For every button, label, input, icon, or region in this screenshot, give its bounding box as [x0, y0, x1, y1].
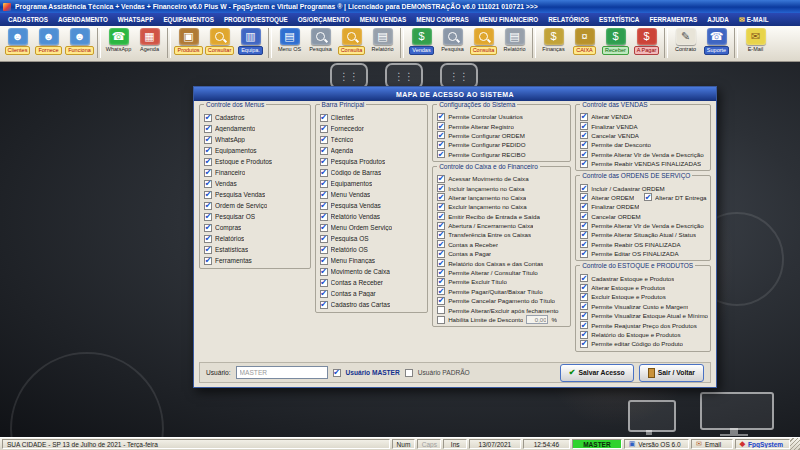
checkbox-agenda[interactable]: ✔ — [320, 147, 328, 155]
checkbox-acessar-movimento-de-caixa[interactable]: ✔ — [437, 175, 445, 183]
checkbox-ordem-de-servico[interactable]: ✔ — [204, 202, 212, 210]
checkbox-habilita-limite-de-desconto[interactable] — [437, 316, 445, 324]
toolbar-button-whatsapp[interactable]: ☎WhatsApp — [103, 27, 134, 60]
checkbox-permite-excluir-titulo[interactable]: ✔ — [437, 278, 445, 286]
checkbox-excluir-estoque-e-produtos[interactable]: ✔ — [580, 293, 588, 301]
checkbox-financeiro[interactable]: ✔ — [204, 169, 212, 177]
checkbox-permite-alterar-registro[interactable]: ✔ — [437, 122, 445, 130]
toolbar-button-clientes[interactable]: ☻Clientes — [2, 27, 33, 60]
checkbox-relatorio-vendas[interactable]: ✔ — [320, 213, 328, 221]
checkbox-permite-alterar-vlr-de-venda-e-descricao[interactable]: ✔ — [580, 150, 588, 158]
checkbox-pesquisar-os[interactable]: ✔ — [204, 213, 212, 221]
checkbox-menu-financas[interactable]: ✔ — [320, 257, 328, 265]
user-input[interactable] — [236, 366, 328, 379]
checkbox-permite-editar-os-finalizada[interactable]: ✔ — [580, 250, 588, 258]
checkbox-permite-configurar-ordem[interactable]: ✔ — [437, 131, 445, 139]
checkbox-incluir-lancamento-no-caixa[interactable]: ✔ — [437, 184, 445, 192]
checkbox-estatisticas[interactable]: ✔ — [204, 246, 212, 254]
toolbar-button-funciona[interactable]: ☻Funciona — [64, 27, 95, 60]
checkbox-permite-cancelar-pagamento-do-titulo[interactable]: ✔ — [437, 297, 445, 305]
checkbox-relatorio-dos-caixas-e-das-contas[interactable]: ✔ — [437, 259, 445, 267]
checkbox-finalizar-venda[interactable]: ✔ — [580, 122, 588, 130]
checkbox-excluir-lancamento-no-caixa[interactable]: ✔ — [437, 203, 445, 211]
checkbox-clientes[interactable]: ✔ — [320, 114, 328, 122]
toolbar-button-consultar[interactable]: Consultar — [204, 27, 235, 60]
checkbox-cadastrar-estoque-e-produtos[interactable]: ✔ — [580, 274, 588, 282]
checkbox-permite-alterar-situacao-atual-status[interactable]: ✔ — [580, 231, 588, 239]
toolbar-button-agenda[interactable]: ▦Agenda — [134, 27, 165, 60]
checkbox-contas-a-receber[interactable]: ✔ — [437, 240, 445, 248]
checkbox-incluir-cadastrar-ordem[interactable]: ✔ — [580, 184, 588, 192]
toolbar-button-relatorio[interactable]: ▤Relatório — [367, 27, 398, 60]
checkbox-permite-controlar-usuarios[interactable]: ✔ — [437, 113, 445, 121]
checkbox-menu-ordem-servico[interactable]: ✔ — [320, 224, 328, 232]
checkbox-permite-reajustar-preco-dos-produtos[interactable]: ✔ — [580, 321, 588, 329]
save-access-button[interactable]: ✔ Salvar Acesso — [560, 364, 634, 382]
checkbox-transferencia-entre-os-caixas[interactable]: ✔ — [437, 231, 445, 239]
checkbox-fornecedor[interactable]: ✔ — [320, 125, 328, 133]
toolbar-button-financas[interactable]: $Finanças — [538, 27, 569, 60]
toolbar-button-produtos[interactable]: ▣Produtos — [173, 27, 204, 60]
toolbar-button-consulta[interactable]: Consulta — [336, 27, 367, 60]
checkbox-permite-configurar-pedido[interactable]: ✔ — [437, 141, 445, 149]
checkbox-pesquisa-vendas[interactable]: ✔ — [204, 191, 212, 199]
checkbox-cadastro-das-cartas[interactable]: ✔ — [320, 301, 328, 309]
menu-item-agendamento[interactable]: AGENDAMENTO — [53, 16, 113, 23]
checkbox-whatsapp[interactable]: ✔ — [204, 136, 212, 144]
checkbox-permite-reabir-os-finalizada[interactable]: ✔ — [580, 240, 588, 248]
checkbox-abertura-encerramento-caixa[interactable]: ✔ — [437, 222, 445, 230]
checkbox-pesquisa-vendas[interactable]: ✔ — [320, 202, 328, 210]
menu-item-ferramentas[interactable]: FERRAMENTAS — [644, 16, 702, 23]
checkbox-cancelar-ordem[interactable]: ✔ — [580, 212, 588, 220]
checkbox-cancelar-venda[interactable]: ✔ — [580, 131, 588, 139]
checkbox-relatorio-do-estoque-e-produtos[interactable]: ✔ — [580, 331, 588, 339]
checkbox-contas-a-pagar[interactable]: ✔ — [320, 290, 328, 298]
checkbox-agendamento[interactable]: ✔ — [204, 125, 212, 133]
discount-limit-input[interactable] — [526, 315, 548, 324]
checkbox-relatorios[interactable]: ✔ — [204, 235, 212, 243]
menu-item-whatsapp[interactable]: WHATSAPP — [113, 16, 159, 23]
menu-item-e-mail[interactable]: ✉E-MAIL — [734, 16, 774, 24]
checkbox-permite-alterar-vlr-de-venda-e-descricao[interactable]: ✔ — [580, 222, 588, 230]
menu-item-menu-financeiro[interactable]: MENU FINANCEIRO — [474, 16, 543, 23]
checkbox-permite-configurar-recibo[interactable]: ✔ — [437, 150, 445, 158]
checkbox-contas-a-receber[interactable]: ✔ — [320, 279, 328, 287]
checkbox-permite-visualizar-custo-e-margem[interactable]: ✔ — [580, 302, 588, 310]
checkbox-contas-a-pagar[interactable]: ✔ — [437, 250, 445, 258]
checkbox-codigo-de-barras[interactable]: ✔ — [320, 169, 328, 177]
checkbox-permite-reabir-vendas-finalizadas[interactable]: ✔ — [580, 160, 588, 168]
toolbar-button-pesquisa[interactable]: Pesquisa — [305, 27, 336, 60]
menu-item-ajuda[interactable]: AJUDA — [702, 16, 734, 23]
checkbox-estoque-e-produtos[interactable]: ✔ — [204, 158, 212, 166]
toolbar-button-contrato[interactable]: ✎Contrato — [670, 27, 701, 60]
toolbar-button-fornece[interactable]: ☻Fornece — [33, 27, 64, 60]
exit-button[interactable]: Sair / Voltar — [639, 364, 704, 382]
checkbox-movimento-de-caixa[interactable]: ✔ — [320, 268, 328, 276]
checkbox-permite-alterar-consultar-titulo[interactable]: ✔ — [437, 269, 445, 277]
menu-item-estatistica[interactable]: ESTATÍSTICA — [594, 16, 644, 23]
resize-grip[interactable] — [790, 438, 800, 450]
checkbox-permite-visualizar-estoque-atual-e-minimo[interactable]: ✔ — [580, 312, 588, 320]
checkbox-ferramentas[interactable]: ✔ — [204, 257, 212, 265]
toolbar-button-a-pagar[interactable]: $A Pagar — [631, 27, 662, 60]
checkbox-permite-pagar-quitar-baixar-titulo[interactable]: ✔ — [437, 287, 445, 295]
checkbox-permite-dar-desconto[interactable]: ✔ — [580, 141, 588, 149]
checkbox-vendas[interactable]: ✔ — [204, 180, 212, 188]
menu-item-os-orcamento[interactable]: OS/ORÇAMENTO — [293, 16, 355, 23]
menu-item-menu-compras[interactable]: MENU COMPRAS — [411, 16, 473, 23]
toolbar-button-menu-os[interactable]: ▤Menu OS — [274, 27, 305, 60]
checkbox-alterar-venda[interactable]: ✔ — [580, 113, 588, 121]
checkbox-cadastros[interactable]: ✔ — [204, 114, 212, 122]
menu-item-menu-vendas[interactable]: MENU VENDAS — [355, 16, 412, 23]
menu-item-cadastros[interactable]: CADASTROS — [3, 16, 53, 23]
checkbox-permite-editar-codigo-do-produto[interactable]: ✔ — [580, 340, 588, 348]
checkbox-pesquisa-os[interactable]: ✔ — [320, 235, 328, 243]
checkbox-usuario-master[interactable]: ✔ — [333, 369, 341, 377]
toolbar-button-relatorio[interactable]: ▤Relatório — [499, 27, 530, 60]
checkbox-usuario-padrao[interactable] — [405, 369, 413, 377]
checkbox-tecnico[interactable]: ✔ — [320, 136, 328, 144]
toolbar-button-e-mail[interactable]: ✉E-Mail — [740, 27, 771, 60]
checkbox-permite-alterar-excluir-apos-fechamento[interactable] — [437, 306, 445, 314]
checkbox-alterar-ordem[interactable]: ✔ — [580, 193, 588, 201]
toolbar-button-receber[interactable]: $Receber — [600, 27, 631, 60]
